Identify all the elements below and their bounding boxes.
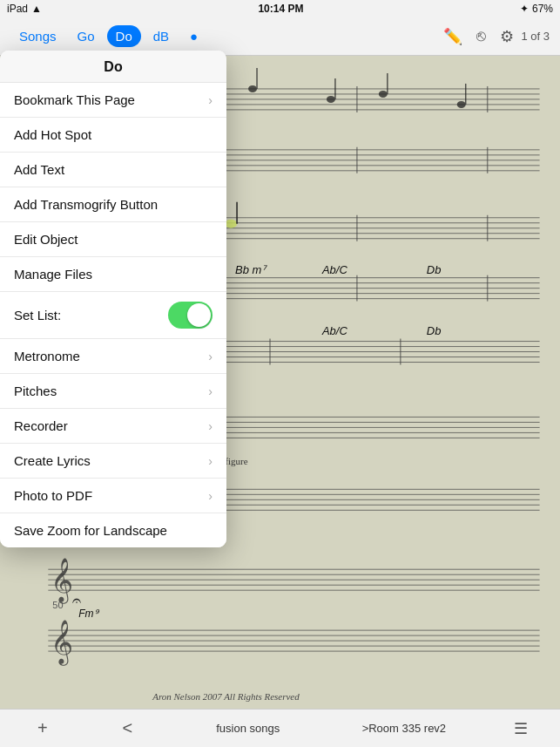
menu-label-metronome: Metronome: [14, 349, 80, 363]
setlist-toggle[interactable]: [168, 302, 213, 329]
tab-db[interactable]: dB: [145, 25, 178, 47]
svg-text:Db: Db: [427, 263, 442, 276]
svg-text:𝄐: 𝄐: [72, 592, 81, 609]
tab-do[interactable]: Do: [107, 25, 141, 47]
wifi-icon: ▲: [31, 3, 42, 15]
back-button[interactable]: <: [85, 715, 171, 742]
tab-dot[interactable]: ●: [181, 25, 206, 47]
status-left: iPad ▲: [7, 3, 42, 15]
bottom-title: fusion songs: [170, 722, 326, 735]
svg-text:𝄞: 𝄞: [51, 620, 73, 666]
svg-point-58: [248, 85, 257, 92]
menu-item-addtext[interactable]: Add Text: [0, 153, 226, 187]
menu-item-transmogrify[interactable]: Add Transmogrify Button: [0, 187, 226, 222]
svg-text:𝄞: 𝄞: [51, 558, 73, 604]
svg-text:Bb m⁷: Bb m⁷: [235, 263, 267, 276]
menu-item-metronome[interactable]: Metronome ›: [0, 339, 226, 374]
bluetooth-icon: ✦: [520, 3, 529, 15]
menu-item-managefiles[interactable]: Manage Files: [0, 257, 226, 292]
status-bar: iPad ▲ 10:14 PM ✦ 67%: [0, 0, 560, 17]
chevron-icon-recorder: ›: [208, 419, 213, 433]
svg-point-60: [327, 96, 335, 103]
menu-label-setlist: Set List:: [14, 308, 61, 323]
svg-text:Ab/C: Ab/C: [321, 263, 347, 276]
svg-text:Fm⁹: Fm⁹: [78, 608, 99, 620]
chevron-icon-pitches: ›: [208, 384, 213, 398]
menu-item-phototopdf[interactable]: Photo to PDF ›: [0, 479, 226, 513]
svg-text:Aron Nelson 2007 All Rights Re: Aron Nelson 2007 All Rights Reserved: [152, 691, 300, 702]
chevron-icon-createlyrics: ›: [208, 454, 213, 468]
menu-label-savezoom: Save Zoom for Landscape: [14, 523, 167, 538]
battery-label: 67%: [532, 3, 553, 15]
menu-label-phototopdf: Photo to PDF: [14, 488, 92, 503]
menu-label-recorder: Recorder: [14, 418, 68, 433]
page-count: 1 of 3: [521, 30, 550, 43]
svg-text:Db: Db: [427, 324, 442, 337]
menu-item-createlyrics[interactable]: Create Lyrics ›: [0, 444, 226, 479]
share-icon[interactable]: ⎋: [476, 27, 486, 45]
chevron-icon-phototopdf: ›: [208, 489, 213, 503]
svg-text:50: 50: [52, 600, 63, 610]
chevron-icon-metronome: ›: [208, 350, 213, 363]
bottom-title2: >Room 335 rev2: [326, 722, 482, 735]
menu-label-createlyrics: Create Lyrics: [14, 453, 91, 468]
menu-item-bookmark[interactable]: Bookmark This Page ›: [0, 83, 226, 118]
ipad-label: iPad: [7, 3, 28, 15]
menu-label-addtext: Add Text: [14, 162, 64, 177]
pencil-icon[interactable]: ✏️: [443, 27, 462, 46]
svg-point-62: [379, 91, 388, 98]
menu-item-setlist[interactable]: Set List:: [0, 292, 226, 339]
menu-label-hotspot: Add Hot Spot: [14, 127, 91, 142]
menu-item-savezoom[interactable]: Save Zoom for Landscape: [0, 513, 226, 547]
dropdown-header: Do: [0, 51, 226, 83]
menu-item-pitches[interactable]: Pitches ›: [0, 374, 226, 409]
gear-icon[interactable]: ⚙: [500, 27, 514, 46]
list-button[interactable]: ☰: [482, 719, 560, 738]
svg-point-77: [225, 220, 237, 228]
menu-label-pitches: Pitches: [14, 384, 57, 398]
menu-item-hotspot[interactable]: Add Hot Spot: [0, 118, 226, 153]
menu-label-transmogrify: Add Transmogrify Button: [14, 197, 158, 212]
status-right: ✦ 67%: [520, 3, 553, 15]
add-button[interactable]: +: [0, 715, 85, 742]
svg-text:Ab/C: Ab/C: [321, 324, 347, 337]
svg-point-64: [457, 101, 466, 108]
status-time: 10:14 PM: [258, 3, 303, 15]
dropdown-menu: Do Bookmark This Page › Add Hot Spot Add…: [0, 51, 226, 547]
chevron-icon-bookmark: ›: [208, 93, 213, 107]
menu-label-editobject: Edit Object: [14, 232, 78, 247]
tab-go[interactable]: Go: [69, 25, 104, 47]
menu-item-editobject[interactable]: Edit Object: [0, 222, 226, 257]
setlist-toggle-wrap: [168, 302, 213, 329]
nav-icons: ✏️ ⎋ ⚙: [443, 27, 514, 46]
menu-item-recorder[interactable]: Recorder ›: [0, 409, 226, 444]
menu-label-bookmark: Bookmark This Page: [14, 92, 135, 107]
tab-songs[interactable]: Songs: [10, 25, 65, 47]
menu-label-managefiles: Manage Files: [14, 267, 92, 282]
bottom-bar: + < fusion songs >Room 335 rev2 ☰: [0, 709, 560, 747]
